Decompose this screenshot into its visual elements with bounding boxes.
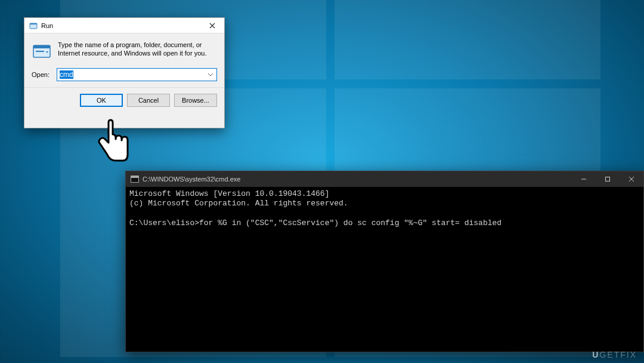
watermark-prefix: U <box>592 350 599 359</box>
watermark: UGETFIX <box>592 350 637 359</box>
run-open-combobox[interactable] <box>57 68 217 81</box>
cmd-output[interactable]: Microsoft Windows [Version 10.0.19043.14… <box>126 187 643 352</box>
run-open-input[interactable] <box>57 68 217 81</box>
run-open-label: Open: <box>32 71 52 78</box>
browse-button[interactable]: Browse... <box>174 94 217 107</box>
cmd-close-button[interactable] <box>620 171 643 187</box>
run-title: Run <box>41 22 200 29</box>
svg-rect-1 <box>30 23 37 24</box>
run-dialog: Run Type the name of a program, folder, … <box>24 17 225 128</box>
svg-rect-5 <box>606 177 610 182</box>
run-dialog-icon <box>32 41 52 61</box>
run-open-dropdown[interactable] <box>205 68 216 81</box>
cmd-title-icon <box>131 176 139 183</box>
run-close-button[interactable] <box>200 18 224 33</box>
ok-button[interactable]: OK <box>80 94 123 107</box>
cmd-window: C:\WINDOWS\system32\cmd.exe Microsoft Wi… <box>125 171 644 352</box>
pointing-hand-cursor-graphic <box>95 119 134 171</box>
cancel-button[interactable]: Cancel <box>127 94 170 107</box>
wallpaper-panel-tr <box>335 0 600 79</box>
svg-rect-4 <box>36 51 44 52</box>
run-titlebar[interactable]: Run <box>24 18 224 33</box>
cmd-titlebar[interactable]: C:\WINDOWS\system32\cmd.exe <box>126 171 643 187</box>
watermark-rest: GETFIX <box>599 350 637 359</box>
cmd-title: C:\WINDOWS\system32\cmd.exe <box>143 176 572 183</box>
cmd-maximize-button[interactable] <box>596 171 620 187</box>
run-title-icon <box>29 21 38 30</box>
svg-rect-3 <box>33 45 50 48</box>
cmd-minimize-button[interactable] <box>572 171 596 187</box>
run-description: Type the name of a program, folder, docu… <box>58 41 217 61</box>
